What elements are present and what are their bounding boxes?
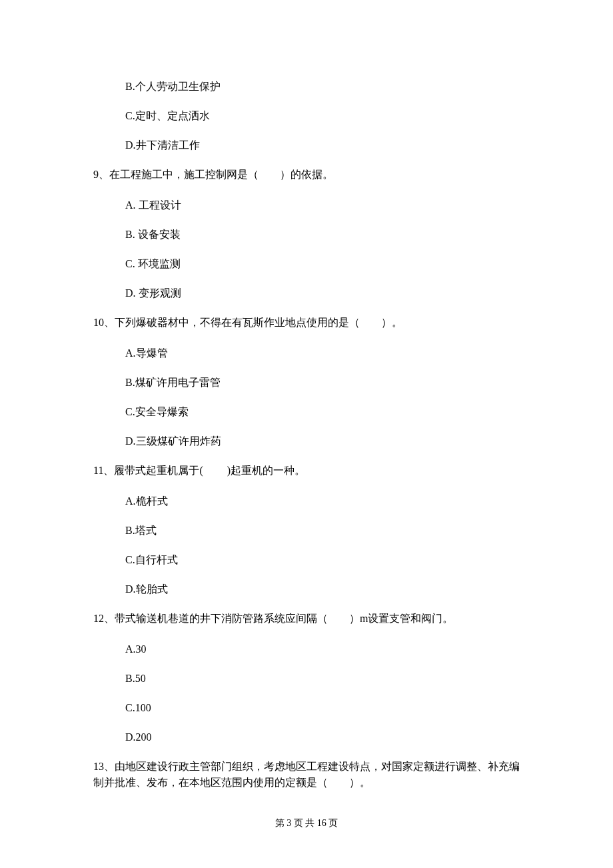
q9-option-c: C. 环境监测 [125, 256, 520, 272]
q12-text: 12、带式输送机巷道的井下消防管路系统应间隔（ ）m设置支管和阀门。 [93, 611, 520, 627]
q11-text: 11、履带式起重机属于( )起重机的一种。 [93, 463, 520, 479]
q10-option-d: D.三级煤矿许用炸药 [125, 433, 520, 449]
q12-option-c: C.100 [125, 700, 520, 716]
q11-option-a: A.桅杆式 [125, 493, 520, 509]
q10-text: 10、下列爆破器材中，不得在有瓦斯作业地点使用的是（ ）。 [93, 315, 520, 331]
q12-option-b: B.50 [125, 671, 520, 687]
q9-text: 9、在工程施工中，施工控制网是（ ）的依据。 [93, 167, 520, 183]
q8-option-d: D.井下清洁工作 [125, 137, 520, 153]
q8-option-c: C.定时、定点洒水 [125, 108, 520, 124]
q12-option-d: D.200 [125, 729, 520, 745]
q10-option-a: A.导爆管 [125, 345, 520, 361]
q10-option-c: C.安全导爆索 [125, 404, 520, 420]
page-footer: 第 3 页 共 16 页 [93, 816, 520, 830]
q11-option-b: B.塔式 [125, 523, 520, 539]
q10-option-b: B.煤矿许用电子雷管 [125, 375, 520, 391]
q9-option-b: B. 设备安装 [125, 227, 520, 243]
q12-option-a: A.30 [125, 641, 520, 657]
q9-option-a: A. 工程设计 [125, 197, 520, 213]
q9-option-d: D. 变形观测 [125, 285, 520, 301]
q11-option-c: C.自行杆式 [125, 552, 520, 568]
q11-option-d: D.轮胎式 [125, 581, 520, 597]
q8-option-b: B.个人劳动卫生保护 [125, 79, 520, 95]
q13-text: 13、由地区建设行政主管部门组织，考虑地区工程建设特点，对国家定额进行调整、补充… [93, 759, 520, 791]
page-content: B.个人劳动卫生保护 C.定时、定点洒水 D.井下清洁工作 9、在工程施工中，施… [0, 0, 613, 830]
